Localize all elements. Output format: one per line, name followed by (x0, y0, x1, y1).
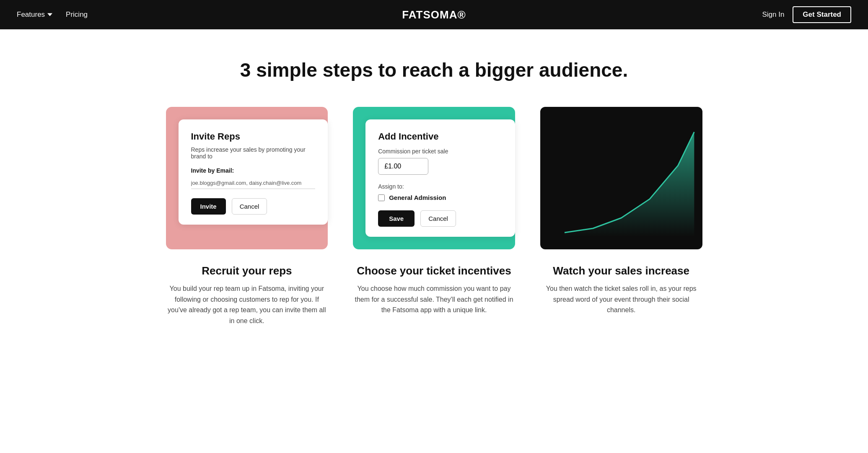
signin-button[interactable]: Sign In (762, 10, 784, 19)
invite-card-wrapper: Invite Reps Reps increase your sales by … (166, 107, 328, 249)
general-admission-label: General Admission (389, 194, 446, 201)
three-columns: Invite Reps Reps increase your sales by … (141, 103, 728, 360)
invite-submit-button[interactable]: Invite (191, 198, 226, 215)
commission-input[interactable] (378, 158, 428, 175)
assign-label: Assign to: (378, 183, 503, 190)
general-admission-row: General Admission (378, 194, 503, 201)
chart-area (565, 132, 694, 237)
col1-title: Recruit your reps (202, 264, 292, 277)
chevron-down-icon (47, 12, 52, 17)
invite-card-title: Invite Reps (191, 131, 316, 142)
incentive-cancel-button[interactable]: Cancel (420, 210, 456, 227)
incentive-card: Add Incentive Commission per ticket sale… (365, 119, 515, 237)
hero-heading: 3 simple steps to reach a bigger audienc… (8, 59, 860, 82)
general-admission-checkbox[interactable] (378, 194, 385, 201)
nav-logo: FATSOMA® (402, 8, 466, 21)
col2-desc: You choose how much commission you want … (353, 283, 515, 316)
col-recruit: Invite Reps Reps increase your sales by … (166, 107, 328, 326)
nav-pricing-link[interactable]: Pricing (66, 10, 88, 19)
nav-features-label: Features (17, 10, 45, 19)
col-sales: Watch your sales increase You then watch… (540, 107, 702, 316)
getstarted-button[interactable]: Get Started (793, 6, 851, 23)
invite-email-label: Invite by Email: (191, 167, 316, 174)
invite-card-desc: Reps increase your sales by promoting yo… (191, 146, 316, 160)
save-button[interactable]: Save (378, 210, 415, 227)
sales-chart-svg (540, 107, 702, 249)
invite-cancel-button[interactable]: Cancel (232, 198, 267, 215)
nav-features-button[interactable]: Features (17, 10, 52, 19)
col3-title: Watch your sales increase (553, 264, 689, 277)
chart-card-wrapper (540, 107, 702, 249)
nav-right: Sign In Get Started (762, 6, 851, 23)
commission-label: Commission per ticket sale (378, 148, 503, 155)
nav-pricing-label: Pricing (66, 10, 88, 18)
nav-left: Features Pricing (17, 10, 88, 19)
invite-email-input[interactable] (191, 177, 316, 189)
navbar: Features Pricing FATSOMA® Sign In Get St… (0, 0, 868, 29)
col3-desc: You then watch the ticket sales roll in,… (540, 283, 702, 316)
incentive-card-title: Add Incentive (378, 131, 503, 142)
col2-title: Choose your ticket incentives (357, 264, 511, 277)
incentive-card-wrapper: Add Incentive Commission per ticket sale… (353, 107, 515, 249)
invite-card: Invite Reps Reps increase your sales by … (179, 119, 328, 225)
col1-desc: You build your rep team up in Fatsoma, i… (166, 283, 328, 326)
col-incentives: Add Incentive Commission per ticket sale… (353, 107, 515, 316)
hero-section: 3 simple steps to reach a bigger audienc… (0, 29, 868, 103)
incentive-buttons: Save Cancel (378, 210, 503, 227)
sales-chart (540, 107, 702, 249)
invite-buttons: Invite Cancel (191, 198, 316, 215)
